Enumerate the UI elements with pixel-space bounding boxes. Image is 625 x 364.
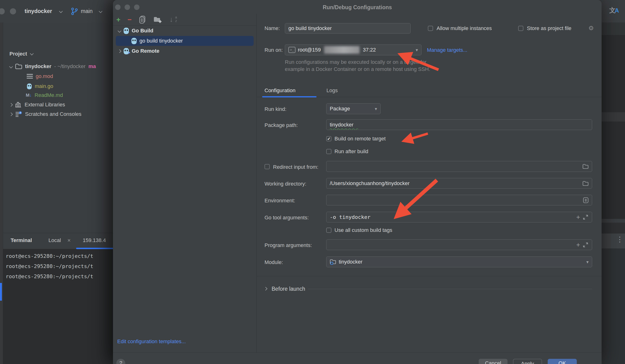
editor-edge-band — [602, 112, 625, 121]
editor-edge-band — [602, 35, 625, 112]
terminal-tab-local[interactable]: Local — [48, 233, 61, 248]
add-configuration-button[interactable]: + — [116, 16, 121, 23]
module-label: Module: — [265, 259, 283, 265]
terminal-tab-remote[interactable]: 159.138.4 — [83, 233, 106, 248]
sort-z-glyph: z — [175, 19, 177, 23]
chevron-down-icon: ▾ — [375, 106, 377, 112]
go-file-icon — [27, 83, 32, 89]
tree-item-label: go.mod — [36, 73, 53, 79]
sort-configurations-button[interactable]: ↓ az — [169, 16, 177, 23]
go-tool-arguments-label: Go tool arguments: — [265, 215, 309, 221]
add-icon[interactable]: + — [576, 242, 580, 248]
chevron-right-icon[interactable] — [9, 103, 13, 107]
use-all-custom-build-tags-checkbox[interactable] — [326, 228, 331, 233]
tree-item-file[interactable]: go.mod — [27, 72, 53, 81]
working-directory-input[interactable]: /Users/xiongchuanhong/tinydocker — [326, 178, 592, 189]
package-path-input[interactable]: tinydocker — [326, 119, 592, 130]
window-control-minimize[interactable] — [10, 8, 16, 14]
chevron-right-icon[interactable] — [118, 49, 122, 53]
redirect-input-checkbox[interactable] — [265, 164, 270, 169]
new-folder-button[interactable] — [154, 16, 162, 23]
store-as-project-file-checkbox[interactable] — [518, 26, 523, 31]
tree-item-file[interactable]: main.go — [27, 82, 53, 91]
terminal-title[interactable]: Terminal — [11, 233, 32, 248]
project-switcher[interactable]: tinydocker — [25, 0, 52, 23]
expand-icon[interactable] — [582, 214, 589, 220]
section-separator — [256, 276, 602, 276]
tool-window-active-indicator — [0, 283, 2, 301]
copy-configuration-button[interactable] — [139, 16, 146, 24]
go-gopher-icon — [124, 28, 129, 34]
tree-item-label: tinydocker — [25, 63, 51, 69]
expand-icon[interactable] — [582, 242, 589, 248]
chevron-down-icon[interactable] — [59, 9, 63, 13]
tree-item-project-root[interactable]: tinydocker - ~/tinydocker ma — [10, 62, 96, 71]
active-tab-indicator — [262, 96, 316, 97]
folder-icon — [15, 63, 22, 69]
redirect-input-label: Redirect input from: — [273, 164, 318, 170]
run-on-port: 37:22 — [363, 47, 376, 53]
apply-button[interactable]: Apply — [513, 359, 542, 364]
tree-item-selected-configuration[interactable]: go build tinydocker — [116, 36, 254, 46]
chevron-right-icon[interactable] — [9, 112, 13, 116]
chevron-down-icon[interactable] — [118, 29, 122, 33]
go-remote-gopher-icon: ↗ — [124, 48, 129, 54]
tab-configuration[interactable]: Configuration — [265, 88, 295, 93]
markdown-down-arrow: ↓ — [30, 93, 32, 98]
project-panel-title: Project — [9, 51, 27, 57]
edit-configuration-templates-link[interactable]: Edit configuration templates... — [117, 338, 186, 345]
editor-edge-band — [602, 219, 625, 223]
browse-variables-icon[interactable] — [583, 197, 589, 203]
tree-item-label: External Libraries — [25, 102, 65, 108]
tree-item-file[interactable]: M↓ ReadMe.md — [26, 91, 63, 100]
module-value: tinydocker — [339, 259, 362, 265]
module-select[interactable]: tinydocker ▾ — [326, 256, 592, 267]
window-control-close[interactable] — [0, 8, 5, 14]
folder-icon[interactable] — [582, 164, 589, 169]
go-tool-arguments-input[interactable]: -o tinydocker + — [326, 212, 592, 222]
redirect-input-path-input[interactable] — [326, 161, 592, 172]
name-label: Name: — [265, 25, 280, 31]
remove-configuration-button[interactable]: − — [128, 16, 132, 23]
allow-multiple-instances-checkbox[interactable] — [428, 26, 433, 31]
chevron-right-icon[interactable] — [264, 287, 268, 291]
tree-group-go-build[interactable]: Go Build — [113, 26, 255, 35]
build-on-remote-target-label: Build on remote target — [335, 136, 386, 142]
folder-icon[interactable] — [582, 181, 589, 186]
tree-item-scratches[interactable]: Scratches and Consoles — [10, 109, 81, 119]
annotation-arrow-run-on — [385, 45, 447, 76]
run-kind-select[interactable]: Package ▾ — [326, 103, 380, 114]
module-icon — [330, 259, 336, 265]
project-panel-header[interactable]: Project — [9, 50, 33, 58]
tree-group-go-remote[interactable]: ↗ Go Remote — [113, 46, 255, 56]
before-launch-section[interactable]: Before launch — [272, 286, 305, 292]
run-kind-value: Package — [330, 106, 350, 112]
git-branch-icon — [71, 8, 78, 15]
help-button[interactable]: ? — [116, 359, 125, 364]
configurations-toolbar: + − ↓ az — [113, 14, 256, 26]
tree-item-label: Scratches and Consoles — [25, 111, 81, 117]
tree-item-branch-badge: ma — [88, 63, 96, 69]
tree-item-external-libraries[interactable]: External Libraries — [10, 100, 65, 109]
ok-button[interactable]: OK — [548, 359, 577, 364]
gear-icon[interactable]: ⚙ — [588, 25, 594, 32]
name-input[interactable]: go build tinydocker — [285, 23, 411, 33]
environment-input[interactable] — [326, 195, 592, 205]
tree-group-label: Go Remote — [132, 48, 159, 54]
build-on-remote-target-checkbox[interactable] — [326, 136, 331, 141]
program-arguments-input[interactable]: + — [326, 240, 592, 250]
add-icon[interactable]: + — [576, 214, 580, 220]
project-tool-window: Project tinydocker - ~/tinydocker ma go.… — [3, 23, 113, 233]
close-icon[interactable]: × — [67, 233, 71, 248]
git-branch-name[interactable]: main — [81, 0, 93, 23]
ssh-target-icon: >_ — [288, 47, 295, 53]
chevron-down-icon[interactable] — [9, 64, 13, 68]
chevron-down-icon[interactable] — [99, 9, 103, 13]
markdown-file-icon: M↓ — [26, 93, 32, 98]
run-after-build-checkbox[interactable] — [326, 149, 331, 154]
tab-logs[interactable]: Logs — [326, 88, 338, 93]
more-options-icon[interactable]: ⋮ — [615, 235, 625, 243]
cancel-button[interactable]: Cancel — [479, 359, 507, 364]
before-launch-rule — [308, 289, 592, 289]
translate-icon[interactable]: 文A — [603, 6, 625, 15]
